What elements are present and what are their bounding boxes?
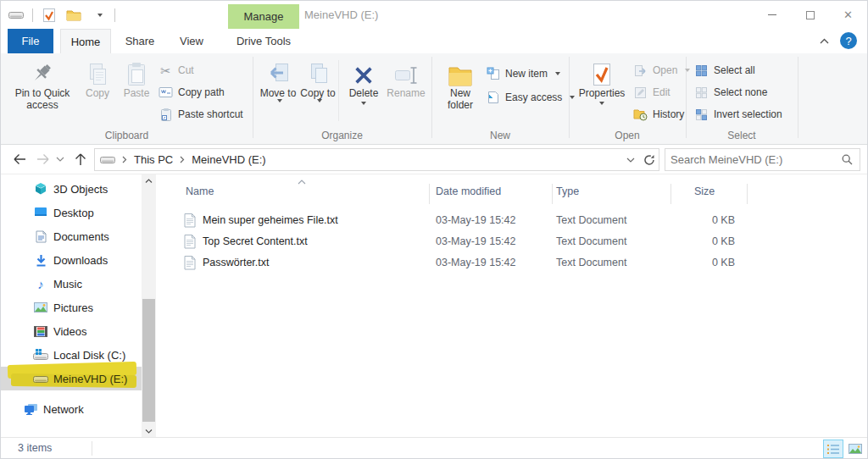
title-bar: Manage MeineVHD (E:) ✕ — [1, 1, 867, 29]
column-header-size[interactable]: Size — [694, 185, 715, 197]
tab-file[interactable]: File — [8, 29, 53, 53]
rename-button[interactable]: Rename — [384, 55, 428, 128]
paste-shortcut-icon — [159, 108, 173, 121]
new-folder-button[interactable]: New folder — [438, 55, 482, 128]
edit-button[interactable]: Edit — [633, 82, 670, 102]
column-header-name[interactable]: Name — [186, 185, 214, 197]
content-area: 3D Objects Desktop Documents Downloads ♪… — [1, 174, 867, 437]
help-button[interactable]: ? — [840, 32, 857, 49]
column-separator[interactable] — [552, 184, 553, 204]
paste-button[interactable]: Paste — [118, 55, 155, 128]
sidebar-scrollbar[interactable] — [142, 174, 156, 437]
maximize-button[interactable] — [791, 1, 829, 29]
items-count: 3 items — [18, 442, 52, 454]
column-header-date-modified[interactable]: Date modified — [436, 185, 501, 197]
refresh-button[interactable] — [640, 149, 659, 170]
file-row[interactable]: Passwörter.txt 03-May-19 15:42 Text Docu… — [162, 253, 867, 274]
search-box — [665, 148, 860, 171]
move-to-button[interactable]: Move to — [259, 55, 297, 128]
tab-view[interactable]: View — [168, 29, 215, 53]
close-button[interactable]: ✕ — [829, 1, 867, 29]
cut-button[interactable]: ✂ Cut — [159, 60, 194, 80]
chevron-up-icon — [820, 38, 829, 44]
folder-icon[interactable] — [65, 6, 82, 25]
dropdown-arrow-icon — [317, 99, 322, 102]
easy-access-button[interactable]: Easy access — [486, 87, 575, 108]
breadcrumb-drive-icon[interactable] — [95, 149, 120, 170]
delete-x-icon — [353, 55, 375, 87]
sidebar-item-desktop[interactable]: Desktop — [1, 201, 142, 224]
collapse-ribbon-button[interactable] — [815, 31, 833, 50]
column-separator[interactable] — [747, 184, 748, 204]
sidebar-item-downloads[interactable]: Downloads — [1, 248, 142, 272]
toolbar-dropdown-icon[interactable] — [90, 6, 107, 25]
file-explorer-window: Manage MeineVHD (E:) ✕ File Home Share V… — [0, 0, 868, 459]
group-separator — [338, 60, 339, 121]
breadcrumb-meinevhd[interactable]: MeineVHD (E:) — [186, 149, 270, 170]
paste-shortcut-button[interactable]: Paste shortcut — [159, 104, 243, 124]
history-button[interactable]: History — [633, 104, 684, 124]
search-icon[interactable] — [842, 154, 860, 165]
desktop-icon — [33, 207, 48, 218]
drive-icon[interactable] — [8, 6, 25, 25]
group-label-open: Open — [569, 130, 686, 141]
column-header-type[interactable]: Type — [556, 185, 579, 197]
window-controls: ✕ — [753, 1, 867, 29]
tab-drive-tools[interactable]: Drive Tools — [228, 29, 299, 53]
sidebar-item-videos[interactable]: Videos — [1, 319, 142, 343]
scrollbar-thumb[interactable] — [142, 299, 155, 422]
scroll-down-icon[interactable] — [142, 425, 156, 437]
open-button[interactable]: Open — [633, 60, 690, 80]
sidebar-item-pictures[interactable]: Pictures — [1, 296, 142, 319]
pin-to-quick-access-button[interactable]: Pin to Quick access — [8, 55, 77, 128]
button-label: New folder — [438, 87, 482, 111]
column-separator[interactable] — [670, 184, 671, 204]
details-view-button[interactable] — [823, 440, 843, 458]
history-icon — [633, 108, 648, 121]
file-row[interactable]: Mein super geheimes File.txt 03-May-19 1… — [162, 211, 867, 232]
copy-path-button[interactable]: Copy path — [159, 82, 225, 102]
forward-button[interactable] — [33, 149, 53, 169]
tab-home[interactable]: Home — [60, 29, 111, 53]
tab-share[interactable]: Share — [115, 29, 164, 53]
sidebar-item-3d-objects[interactable]: 3D Objects — [1, 177, 142, 201]
copy-to-button[interactable]: Copy to — [299, 55, 337, 128]
group-separator — [798, 57, 798, 138]
group-label-new: New — [431, 130, 569, 141]
dropdown-arrow-icon — [555, 72, 560, 75]
sidebar-item-network[interactable]: Network — [1, 397, 142, 421]
up-button[interactable] — [70, 149, 91, 169]
recent-locations-dropdown[interactable] — [53, 149, 67, 169]
copy-icon — [86, 55, 109, 87]
column-separator[interactable] — [429, 184, 430, 204]
back-button[interactable] — [9, 149, 30, 169]
picture-icon — [33, 302, 48, 312]
new-item-icon — [486, 67, 500, 80]
sidebar-item-music[interactable]: ♪ Music — [1, 272, 142, 296]
select-none-button[interactable]: Select none — [694, 82, 767, 102]
search-input[interactable] — [665, 153, 842, 166]
breadcrumb-this-pc[interactable]: This PC — [129, 149, 178, 170]
address-dropdown-button[interactable] — [621, 149, 640, 170]
scroll-up-icon[interactable] — [142, 174, 156, 186]
group-separator — [431, 57, 432, 138]
properties-button[interactable]: Properties — [576, 55, 628, 128]
easy-access-icon — [486, 91, 500, 104]
download-arrow-icon — [33, 254, 48, 267]
invert-selection-button[interactable]: Invert selection — [694, 104, 782, 124]
question-mark-icon: ? — [845, 35, 851, 47]
sidebar-item-documents[interactable]: Documents — [1, 224, 142, 248]
select-all-button[interactable]: Select all — [694, 60, 755, 80]
group-separator — [253, 57, 253, 138]
file-row[interactable]: Top Secret Content.txt 03-May-19 15:42 T… — [162, 232, 867, 253]
copy-button[interactable]: Copy — [79, 55, 116, 128]
delete-button[interactable]: Delete — [343, 55, 384, 128]
drive-icon — [33, 374, 48, 384]
properties-check-icon[interactable] — [41, 6, 58, 25]
invert-selection-icon — [694, 108, 709, 121]
new-item-button[interactable]: New item — [486, 64, 560, 84]
copy-path-icon — [159, 86, 173, 98]
sidebar-item-meinevhd[interactable]: MeineVHD (E:) — [1, 367, 142, 390]
large-icons-view-button[interactable] — [845, 440, 865, 458]
minimize-button[interactable] — [753, 1, 791, 29]
